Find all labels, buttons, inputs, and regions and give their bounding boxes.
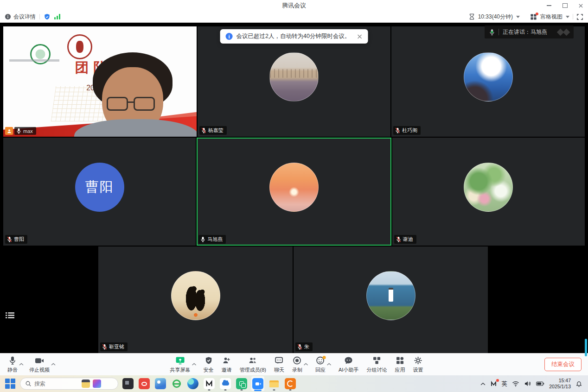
grid-row-3: 靳亚铭 朱 — [3, 247, 585, 353]
apps-grid-icon — [395, 356, 404, 366]
name-label: 曹阳 — [5, 235, 27, 244]
end-meeting-button[interactable]: 结束会议 — [544, 358, 582, 371]
host-badge — [5, 127, 13, 135]
participant-tile-active-speaker[interactable]: 马旭燕 — [197, 138, 391, 246]
meeting-statusbar: 会议详情 10:33(40分钟) 宫格视图 — [0, 11, 588, 23]
active-speaker-indicator: 正在讲话：马旭燕 — [485, 25, 574, 38]
settings-button[interactable]: 设置 — [412, 356, 424, 373]
search-highlight-icon-1[interactable] — [82, 379, 90, 388]
mic-muted-icon — [7, 236, 12, 242]
apps-button[interactable]: 应用 — [394, 356, 406, 373]
ai-assistant-button[interactable]: AI小助手 — [338, 356, 359, 373]
view-caret-icon[interactable] — [566, 16, 569, 18]
name-label: 谢迪 — [394, 235, 416, 244]
meeting-details-button[interactable]: 会议详情 — [5, 13, 36, 21]
taskbar-app-photoshop[interactable] — [121, 376, 134, 391]
view-mode-label[interactable]: 宫格视图 — [540, 13, 562, 21]
avatar — [269, 52, 319, 101]
fullscreen-icon[interactable] — [576, 13, 583, 20]
minimize-button[interactable] — [546, 3, 552, 8]
taskbar-app-green-browser[interactable] — [170, 376, 183, 391]
name-label: max — [14, 127, 36, 135]
taskbar-app-huawei-store[interactable] — [138, 376, 151, 391]
banner-close-icon[interactable] — [357, 34, 362, 39]
manage-members-button[interactable]: 管理成员(8) — [239, 356, 267, 373]
mic-muted-icon — [396, 236, 401, 242]
taskbar-app-tencent-meeting[interactable] — [251, 376, 264, 391]
share-options-chevron[interactable] — [192, 359, 197, 367]
notification-dot — [496, 379, 499, 382]
network-signal-icon[interactable] — [54, 14, 60, 19]
security-shield-icon[interactable] — [44, 13, 51, 20]
start-button[interactable] — [4, 376, 17, 391]
ai-assistant-icon — [344, 356, 353, 366]
scrollbar-thumb[interactable] — [585, 339, 587, 356]
maximize-button[interactable] — [562, 3, 568, 8]
taskbar-app-gallery[interactable] — [154, 376, 167, 391]
search-highlight-icon-2[interactable] — [93, 379, 101, 388]
participant-tile[interactable]: 朱 — [294, 247, 488, 353]
avatar — [269, 163, 319, 212]
empty-tile — [3, 247, 97, 353]
meeting-toolbar: 静音 停止视频 共享屏幕 安全 — [0, 353, 588, 375]
taskbar-app-cloud-drive[interactable] — [219, 376, 232, 391]
ime-indicator[interactable]: 英 — [502, 380, 508, 388]
gear-icon — [413, 356, 422, 366]
taskbar-clock[interactable]: 15:47 2025/1/13 — [549, 378, 571, 390]
search-input[interactable] — [34, 380, 79, 387]
battery-icon[interactable] — [536, 381, 544, 386]
invite-button[interactable]: 邀请 — [221, 356, 233, 373]
list-overlay-icon[interactable] — [6, 312, 14, 321]
share-screen-button[interactable]: 共享屏幕 — [169, 356, 192, 373]
record-icon — [293, 356, 302, 366]
security-button[interactable]: 安全 — [203, 356, 215, 373]
mute-options-chevron[interactable] — [19, 359, 24, 367]
name-label: 杜巧阁 — [393, 126, 421, 135]
participant-tile-max[interactable]: 团队会 2025 — [3, 26, 197, 137]
timer-caret-icon[interactable] — [516, 16, 520, 18]
taskbar-app-edge[interactable] — [186, 376, 199, 391]
divider — [573, 14, 573, 19]
divider — [39, 14, 40, 19]
windows-logo-icon — [5, 379, 15, 389]
person-add-icon — [222, 356, 231, 366]
stop-video-button[interactable]: 停止视频 — [28, 356, 51, 373]
windows-taskbar: 英 15:47 2025/1/13 — [0, 375, 588, 392]
breakout-rooms-button[interactable]: 分组讨论 — [365, 356, 388, 373]
hourglass-icon — [469, 13, 475, 20]
tencent-meeting-window: 腾讯会议 会议详情 10:33(40分钟) — [0, 0, 588, 392]
video-options-chevron[interactable] — [51, 359, 56, 367]
info-icon: i — [226, 33, 233, 40]
participant-tile[interactable]: 靳亚铭 — [98, 247, 293, 353]
mute-button[interactable]: 静音 — [6, 356, 19, 373]
reaction-badge — [323, 356, 326, 359]
participant-tile[interactable]: 杜巧阁 — [391, 26, 585, 137]
participant-name: 曹阳 — [14, 236, 24, 243]
window-titlebar: 腾讯会议 — [0, 0, 588, 11]
taskbar-app-file-explorer[interactable] — [268, 376, 281, 391]
taskbar-app-xmind[interactable] — [203, 376, 216, 391]
taskbar-search[interactable] — [20, 378, 118, 390]
tray-xmind-icon[interactable] — [490, 380, 497, 387]
participant-tile[interactable]: 曹阳 曹阳 — [3, 138, 196, 246]
meeting-timer[interactable]: 10:33(40分钟) — [478, 13, 513, 21]
taskbar-app-orange-g[interactable] — [284, 376, 297, 391]
wifi-icon[interactable] — [512, 381, 519, 387]
record-options-chevron[interactable] — [304, 359, 308, 367]
speaking-text: 正在讲话：马旭燕 — [503, 28, 547, 36]
participant-name: 谢迪 — [403, 236, 413, 243]
banner-text: 会议已超过2人，自动转为40分钟限时会议。 — [236, 32, 351, 40]
taskbar-app-screen-capture[interactable] — [235, 376, 248, 391]
notification-center-icon[interactable] — [575, 380, 582, 387]
chat-button[interactable]: 聊天 — [273, 356, 285, 373]
tray-expand-chevron[interactable] — [480, 382, 486, 386]
info-icon — [5, 13, 11, 20]
record-button[interactable]: 录制 — [291, 356, 303, 373]
grid-row-2: 曹阳 曹阳 马旭燕 谢迪 — [3, 138, 585, 246]
reactions-button[interactable]: 回应 — [314, 356, 326, 373]
participant-tile[interactable]: 谢迪 — [392, 138, 585, 246]
close-button[interactable] — [578, 3, 583, 8]
reactions-options-chevron[interactable] — [327, 359, 332, 367]
volume-icon[interactable] — [524, 380, 531, 387]
microphone-icon — [9, 356, 16, 366]
